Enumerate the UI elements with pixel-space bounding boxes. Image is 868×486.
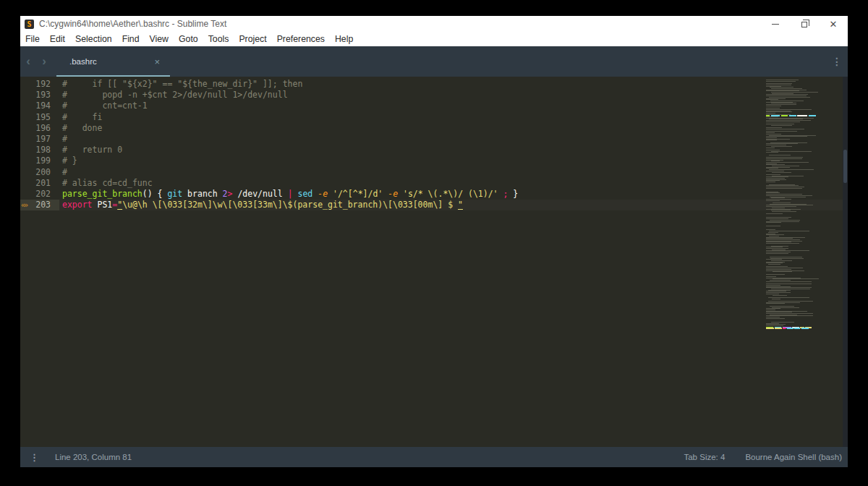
status-menu-icon[interactable]: ⋮ [30,452,39,463]
token: sed [298,189,313,199]
tab-size-indicator[interactable]: Tab Size: 4 [684,453,725,461]
scrollbar-thumb[interactable] [843,150,847,183]
restore-button[interactable] [790,16,819,32]
menu-item-file[interactable]: File [20,34,45,44]
minimap-code-segment [794,328,800,329]
tab-close-icon[interactable]: × [154,56,160,67]
close-button[interactable]: ✕ [819,16,848,32]
line-number[interactable]: 202 [20,189,59,200]
minimap-line [769,155,791,155]
minimize-button[interactable] [761,16,790,32]
menu-item-goto[interactable]: Goto [174,34,203,44]
minimap-line [766,129,804,129]
code-line[interactable]: 194# cnt=cnt-1 [20,101,848,111]
menu-item-edit[interactable]: Edit [45,34,70,44]
minimap-line [766,303,785,304]
token: # alias cd=cd_func [62,178,153,188]
token [328,189,333,199]
minimap-line [766,222,781,223]
token: git [167,189,182,199]
minimap[interactable] [766,80,818,333]
scrollbar-track[interactable] [843,77,848,447]
line-number[interactable]: 201 [20,178,59,189]
line-number[interactable]: 197 [20,134,59,145]
token: 's/* \(.*\)/ (\1)/' [403,189,498,199]
minimap-line [766,226,780,226]
token: # [62,167,67,177]
line-number[interactable]: 199 [20,155,59,166]
minimap-line [766,140,777,140]
code-line[interactable]: 196# done [20,123,848,134]
code-line[interactable]: 192# if [[ "${x2}" == "${the_new_dir}" ]… [20,79,848,90]
token: | [288,189,293,199]
minimap-code-segment [783,328,786,329]
code-text: # done [59,123,102,134]
minimap-line [766,81,796,82]
sublime-window: S C:\cygwin64\home\Aether\.bashrc - Subl… [20,16,848,467]
minimap-code-segment [801,328,809,329]
gutter-bookmark-icon: «» [21,200,27,210]
code-line[interactable]: 193# popd -n +$cnt 2>/dev/null 1>/dev/nu… [20,90,848,101]
line-number[interactable]: 195 [20,112,59,123]
minimap-line [766,253,788,254]
menu-item-tools[interactable]: Tools [203,34,234,44]
code-line[interactable]: 202parse_git_branch() { git branch 2> /d… [20,189,848,200]
code-line[interactable]: 198# return 0 [20,145,848,155]
minimap-line [766,200,780,201]
minimap-code-segment [775,328,782,329]
minimap-code-segment [781,115,788,116]
tab-label: .bashrc [69,57,97,66]
line-number[interactable]: 194 [20,101,59,111]
menu-item-project[interactable]: Project [234,34,271,44]
code-line[interactable]: 200# [20,167,848,178]
tab-history-back-icon[interactable]: ‹ [20,46,36,77]
line-number[interactable]: 193 [20,90,59,101]
token: branch [182,189,222,199]
minimap-line [772,299,780,299]
token: # fi [62,112,102,122]
minimap-line [773,271,793,272]
line-number[interactable]: 200 [20,167,59,178]
token: parse_git_branch [62,189,142,199]
token: # popd -n +$cnt 2>/dev/null 1>/dev/null [62,90,288,100]
token: () { [142,189,168,199]
code-text: # fi [59,112,102,123]
minimap-code-segment [809,115,817,116]
code-text: # popd -n +$cnt 2>/dev/null 1>/dev/null [59,90,288,101]
desktop: S C:\cygwin64\home\Aether\.bashrc - Subl… [0,0,868,486]
token [398,189,403,199]
line-number[interactable]: 203«» [20,200,59,210]
code-text: # alias cd=cd_func [59,178,153,189]
token: " [458,200,463,210]
minimap-line [766,274,785,275]
cursor-position: Line 203, Column 81 [55,453,132,461]
code-line[interactable]: 201# alias cd=cd_func [20,178,848,189]
code-text: parse_git_branch() { git branch 2> /dev/… [59,189,518,200]
token: -e [388,189,398,199]
title-bar[interactable]: S C:\cygwin64\home\Aether\.bashrc - Subl… [20,16,848,32]
menu-item-preferences[interactable]: Preferences [272,34,330,44]
code-text: # return 0 [59,145,122,155]
menu-item-find[interactable]: Find [117,34,145,44]
code-line[interactable]: 203«»export PS1="\u@\h \[\033[32m\]\w\[\… [20,200,848,210]
token: # if [[ "${x2}" == "${the_new_dir}" ]]; … [62,79,302,89]
token: # cnt=cnt-1 [62,101,148,111]
tab-bashrc[interactable]: .bashrc × [56,46,170,77]
line-number[interactable]: 198 [20,145,59,155]
syntax-indicator[interactable]: Bourne Again Shell (bash) [745,453,842,461]
menu-item-view[interactable]: View [145,34,174,44]
editor[interactable]: 192# if [[ "${x2}" == "${the_new_dir}" ]… [20,77,848,447]
token: # [62,134,67,144]
window-title: C:\cygwin64\home\Aether\.bashrc - Sublim… [39,19,226,29]
tab-history-forward-icon[interactable]: › [36,46,52,77]
tab-overflow-icon[interactable]: ⋮ [832,56,842,67]
line-number[interactable]: 192 [20,79,59,90]
menu-item-selection[interactable]: Selection [70,34,117,44]
menu-item-help[interactable]: Help [330,34,358,44]
minimap-code-segment [766,328,774,329]
line-number[interactable]: 196 [20,123,59,134]
code-line[interactable]: 199# } [20,155,848,166]
code-line[interactable]: 195# fi [20,112,848,123]
menu-bar: FileEditSelectionFindViewGotoToolsProjec… [20,32,848,46]
code-line[interactable]: 197# [20,134,848,145]
